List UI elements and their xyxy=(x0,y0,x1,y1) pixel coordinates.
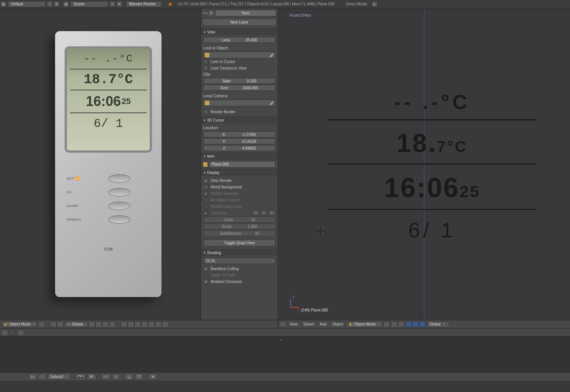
lock-object-field[interactable]: 💉 xyxy=(203,52,276,58)
delete-layout-button[interactable]: ✕ xyxy=(54,1,60,7)
camera-icon[interactable]: 📷 xyxy=(76,374,86,380)
outline-checkbox xyxy=(203,191,208,196)
info-menu-icon[interactable]: ⊞ xyxy=(0,1,6,7)
fork-icon[interactable]: ⑂ xyxy=(112,374,120,380)
toggle-quad-button[interactable]: Toggle Quad View xyxy=(203,239,276,247)
lens-field[interactable]: ‹Lens:35.000› xyxy=(203,37,276,43)
layer-icon[interactable] xyxy=(89,321,95,327)
cursor-z-field[interactable]: ‹Z:4.94903› xyxy=(203,145,276,151)
add-menu[interactable]: Add xyxy=(317,322,329,326)
orientation-dropdown-left[interactable]: ⊹Global xyxy=(65,321,87,327)
tool-icon[interactable] xyxy=(135,321,141,327)
layer-icon[interactable] xyxy=(109,321,116,327)
strip-icon[interactable] xyxy=(9,330,15,336)
item-section-header[interactable]: Item xyxy=(201,153,278,160)
viewport-right[interactable]: Front Ortho -- .-°C 18.7°C 16:0625 6/ 1 … xyxy=(278,8,570,320)
pivot-icon[interactable] xyxy=(50,321,57,327)
add-button[interactable]: + xyxy=(209,11,214,16)
render-engine-dropdown[interactable]: Blender Render xyxy=(126,1,162,7)
clip-end-field[interactable]: ‹End:1000.000› xyxy=(203,85,276,91)
shading-section-header[interactable]: Shading xyxy=(201,249,278,256)
scene-dropdown[interactable]: Scene xyxy=(70,1,108,7)
timeline-area[interactable] xyxy=(0,337,570,372)
shading-icon[interactable] xyxy=(383,321,390,327)
thermo-set-label: SET/ 📶 xyxy=(66,177,108,180)
add-scene-button[interactable]: + xyxy=(109,1,116,7)
down-icon[interactable]: ▽ xyxy=(135,374,143,380)
tool-icon[interactable] xyxy=(128,321,134,327)
blender-logo-icon: ◉ xyxy=(168,2,172,6)
shading-icon[interactable] xyxy=(38,321,45,327)
thermo-set-button xyxy=(108,174,130,183)
only-render-label: Only Render xyxy=(211,179,232,183)
manip-icon[interactable] xyxy=(57,321,63,327)
orientation-dropdown-right[interactable]: Global xyxy=(427,321,450,327)
new-button[interactable]: New xyxy=(215,10,276,16)
tool-icon[interactable] xyxy=(121,321,127,327)
view-section-header[interactable]: View xyxy=(201,28,278,35)
origins-checkbox xyxy=(203,198,208,202)
strip-icon[interactable] xyxy=(2,330,8,336)
shading-mode-dropdown[interactable]: GLSL xyxy=(203,258,276,264)
thermo-ch-label: CH xyxy=(66,190,108,194)
manip-move-icon[interactable] xyxy=(405,321,412,327)
backface-checkbox[interactable] xyxy=(203,266,208,271)
cube-icon xyxy=(203,162,207,167)
dof-label: Depth Of Field xyxy=(211,273,235,277)
world-bg-label: World Background xyxy=(211,185,242,189)
ao-checkbox[interactable] xyxy=(203,279,208,284)
tool-icon[interactable] xyxy=(141,321,148,327)
close-icon[interactable]: ✕ xyxy=(149,374,157,380)
thermo-minmax-label: MIN/MAX xyxy=(66,218,108,221)
add-layout-button[interactable]: + xyxy=(47,1,53,7)
lock-camera-checkbox[interactable] xyxy=(203,66,208,71)
layer-icon[interactable] xyxy=(102,321,109,327)
view-menu[interactable]: View xyxy=(287,322,300,326)
pencil-icon[interactable]: ✎▾ xyxy=(203,11,207,15)
strip-icon[interactable] xyxy=(17,330,24,336)
clip-start-field[interactable]: ‹Start:0.100› xyxy=(203,78,276,84)
waveform-icon[interactable]: 〰 xyxy=(101,374,111,380)
thermo-ch-button xyxy=(108,188,130,196)
item-name-field[interactable]: Plane.000 xyxy=(209,161,276,168)
screen-layout-dropdown[interactable]: Default xyxy=(8,1,46,7)
eyedropper-icon[interactable]: 💉 xyxy=(269,101,274,105)
mode-dropdown-left[interactable]: ◧Object Mode xyxy=(2,321,37,327)
play-icon[interactable]: ▷ xyxy=(28,374,37,380)
properties-n-panel: ✎▾ + New New Layer View ‹Lens:35.000› Lo… xyxy=(201,8,278,320)
cursor-x-field[interactable]: ‹X:-1.27991› xyxy=(203,131,276,138)
tool-icon[interactable] xyxy=(155,321,162,327)
object-menu[interactable]: Object xyxy=(330,322,345,326)
new-layer-button[interactable]: New Layer xyxy=(203,19,276,26)
editor-type-icon[interactable] xyxy=(280,321,286,327)
render-border-checkbox[interactable] xyxy=(203,109,208,114)
manip-icon[interactable] xyxy=(398,321,404,327)
mode-dropdown-right[interactable]: ◧Object Mode xyxy=(347,321,382,327)
cursor-y-field[interactable]: ‹Y:-0.14158› xyxy=(203,138,276,144)
tool-icon[interactable] xyxy=(162,321,168,327)
up-icon[interactable]: △ xyxy=(125,374,133,380)
rel-lines-checkbox xyxy=(203,204,208,209)
scene-browse-icon[interactable]: ⊞ xyxy=(63,1,69,7)
only-render-checkbox[interactable] xyxy=(203,178,208,183)
subsurf-field[interactable]: Subsurf xyxy=(48,374,70,380)
cursor-section-header[interactable]: 3D Cursor xyxy=(201,117,278,123)
lock-cursor-checkbox[interactable] xyxy=(203,59,208,64)
delete-scene-button[interactable]: ✕ xyxy=(116,1,122,7)
lock-cursor-label: Lock to Cursor xyxy=(211,60,235,64)
world-bg-checkbox[interactable] xyxy=(203,185,208,190)
pivot-icon[interactable] xyxy=(391,321,397,327)
manip-scale-icon[interactable] xyxy=(419,321,426,327)
layer-icon[interactable] xyxy=(95,321,102,327)
eye-icon[interactable]: 👁 xyxy=(87,374,96,380)
display-section-header[interactable]: Display xyxy=(201,169,278,176)
local-camera-field[interactable]: 💉 xyxy=(203,100,276,106)
record-icon[interactable]: ○ xyxy=(38,374,46,380)
local-camera-label: Local Camera: xyxy=(203,94,276,98)
tool-icon[interactable] xyxy=(148,321,155,327)
demo-play-button[interactable]: ▷ xyxy=(372,1,378,7)
eyedropper-icon[interactable]: 💉 xyxy=(269,53,274,57)
manip-rot-icon[interactable] xyxy=(412,321,419,327)
select-menu[interactable]: Select xyxy=(301,322,317,326)
viewport-left[interactable]: -- .-°C 18.7°C 16:0625 6/ 1 SET/ 📶 CH AL… xyxy=(0,8,201,320)
